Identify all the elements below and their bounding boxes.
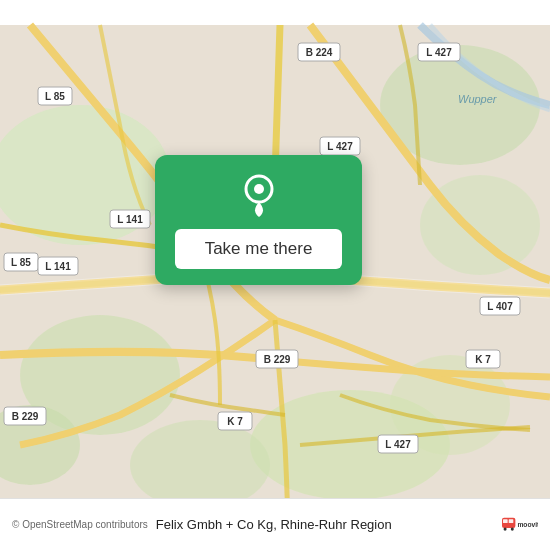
info-bar: © OpenStreetMap contributors Felix Gmbh …: [0, 498, 550, 550]
svg-rect-40: [509, 519, 514, 523]
svg-point-41: [504, 527, 507, 530]
svg-point-37: [254, 184, 264, 194]
map-container: B 224 L 427 L 85 L 85 L 141 L 141 L 427 …: [0, 0, 550, 550]
svg-text:L 141: L 141: [117, 214, 143, 225]
svg-point-6: [130, 420, 270, 510]
svg-text:L 85: L 85: [11, 257, 31, 268]
svg-text:K 7: K 7: [475, 354, 491, 365]
moovit-logo: moovit: [502, 507, 538, 543]
svg-text:B 229: B 229: [264, 354, 291, 365]
svg-rect-38: [502, 517, 515, 527]
location-name: Felix Gmbh + Co Kg, Rhine-Ruhr Region: [156, 517, 392, 532]
svg-text:moovit: moovit: [517, 521, 538, 528]
map-attribution: © OpenStreetMap contributors: [12, 519, 148, 530]
svg-text:L 427: L 427: [327, 141, 353, 152]
svg-text:L 85: L 85: [45, 91, 65, 102]
svg-text:L 427: L 427: [385, 439, 411, 450]
svg-text:B 224: B 224: [306, 47, 333, 58]
svg-point-42: [511, 527, 514, 530]
svg-text:L 141: L 141: [45, 261, 71, 272]
svg-rect-39: [503, 519, 508, 523]
location-pin-icon: [237, 173, 281, 217]
svg-text:L 427: L 427: [426, 47, 452, 58]
svg-text:Wupper: Wupper: [458, 93, 498, 105]
svg-text:K 7: K 7: [227, 416, 243, 427]
popup-card: Take me there: [155, 155, 362, 285]
moovit-icon: moovit: [502, 507, 538, 543]
svg-text:B 229: B 229: [12, 411, 39, 422]
svg-text:L 407: L 407: [487, 301, 513, 312]
take-me-there-button[interactable]: Take me there: [175, 229, 342, 269]
